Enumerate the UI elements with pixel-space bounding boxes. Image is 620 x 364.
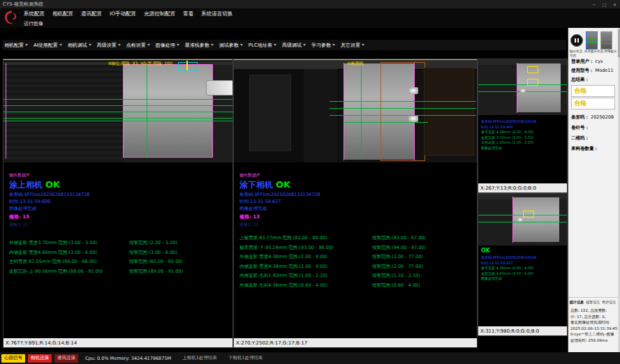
process-done-text: 图像处理完成 — [9, 205, 232, 212]
tab-other-settings[interactable]: 其它设置 — [341, 42, 364, 49]
tab-baseline-params[interactable]: 基准线参数 — [185, 42, 214, 49]
chevron-down-icon — [211, 44, 214, 46]
model-label: 使用型号： — [571, 68, 594, 73]
pause-icon — [575, 38, 576, 43]
small-top-camera-panel: 条形码:0FFline20250208133134 时间:13-31-59-60… — [478, 59, 568, 193]
measurement-value: 蓝胶宽度:3.70mm (3.00 - 3.50) — [481, 135, 567, 141]
run-image-label[interactable]: 运行图像 — [24, 20, 43, 27]
measurement-line-green — [344, 122, 428, 123]
status-bar: 心跳信号 相机连接 通讯连接 Cpu: 0.0% Memory: 3424.41… — [0, 352, 620, 364]
small-top-camera-view[interactable] — [478, 59, 567, 115]
measurement-rows: 上极宽度:83.77mm 范围:(82.00 - 88.00)报警范围:(83.… — [234, 234, 477, 290]
model-value: Mode11 — [596, 68, 614, 73]
measurement-row: 外侧蓝胶:宽度4.38mm 范围:(2.00 - 9.00)报警范围:(2.00… — [239, 252, 477, 262]
result-status-box-1: 合格 — [571, 85, 615, 97]
small-bottom-camera-view[interactable] — [478, 194, 567, 245]
alarm-range: 报警范围:(2.20 - 3.20) — [129, 238, 177, 248]
tab-advanced-debug[interactable]: 高级调试 — [282, 42, 306, 49]
tab-ai-config[interactable]: AI使用配置 — [34, 42, 62, 49]
measurement-line-green — [3, 99, 232, 100]
menu-view[interactable]: 查看 — [183, 10, 193, 17]
stat-line: 处理耗时: 258.09ms — [570, 338, 619, 344]
menu-language-switch[interactable]: 系统语言切换 — [201, 10, 232, 17]
spec2-text: 规格2: 13 — [9, 222, 232, 228]
thumbnail-overlay-line — [601, 43, 612, 44]
minimize-icon[interactable]: ─ — [589, 0, 599, 8]
stat-line: 最近图像处理完成时间: — [570, 319, 619, 326]
middle-camera-view[interactable]: AI检测框 — [234, 59, 477, 162]
roi-box-yellow — [523, 211, 534, 218]
tick-marker-yellow — [186, 61, 188, 70]
menu-io-manual[interactable]: IO手动配置 — [110, 10, 136, 17]
heartbeat-status-badge: 心跳信号 — [1, 354, 25, 363]
measurement-value: 极耳宽度-下:95.24mm 范围:(93.00 - 98.00) — [239, 243, 372, 253]
lower-camera-result-status: 下相机1处理结果 — [228, 355, 263, 361]
chevron-down-icon — [177, 44, 179, 46]
maximize-icon[interactable]: □ — [599, 0, 610, 8]
menu-camera-config[interactable]: 相机配置 — [52, 10, 73, 17]
edge-marker-line — [512, 197, 513, 243]
menu-comm-config[interactable]: 通讯配置 — [81, 10, 102, 17]
pause-button[interactable] — [570, 34, 583, 47]
overlay-line-yellow — [3, 59, 232, 60]
time-text: 时间:13-31-59-600 — [9, 198, 232, 205]
material-block — [517, 63, 561, 112]
window-title: CYS-视觉检测系统 — [3, 1, 43, 8]
menu-light-control[interactable]: 光源控制配置 — [144, 10, 175, 17]
camera-thumbnail-button-2[interactable] — [600, 31, 612, 50]
time-text: 时间:13-31-59-627 — [481, 261, 567, 266]
login-user-value: cys — [596, 59, 603, 64]
chevron-down-icon — [240, 44, 243, 46]
alarm-range: 报警范围:(65.00 - 85.00) — [129, 257, 183, 267]
tab-plc-address[interactable]: PLC地址表 — [249, 42, 276, 49]
result-ok-badge: OK — [481, 248, 567, 254]
reflection-highlight — [517, 218, 523, 222]
tab-image-processing[interactable]: 图像处理 — [156, 42, 179, 49]
stats-panel: 总数: 222, 总报警数: 计: 17, 总分选数: 0, 最近图像处理完成时… — [570, 308, 619, 343]
camera-thumbnail-button-1[interactable] — [586, 31, 598, 50]
tab-spot-check[interactable]: 点检设置 — [126, 42, 150, 49]
measurement-value: 内侧蓝胶:宽度4.38mm 范围:(2.00 - 9.00) — [239, 262, 372, 272]
alarm-range: 报警范围:(94.00 - 97.00) — [372, 243, 426, 253]
connector-part — [206, 80, 232, 96]
middle-camera-panel: AI检测框 输出数据/F 涂下相机 OK 条形码:0FFline20250208… — [233, 59, 478, 348]
camera-result-title: 涂下相机 — [239, 179, 273, 191]
chevron-down-icon — [362, 44, 364, 46]
tab-maintenance-info[interactable]: 维护信息 — [602, 300, 616, 304]
tab-stats-info[interactable]: 统计信息 — [570, 300, 584, 304]
login-user-label: 登录用户： — [571, 59, 594, 64]
measurement-line-green — [3, 121, 232, 121]
measurement-row: 蓝胶芯距-上:90.56mm 范围:(88.00 - 92.00)报警范围:(8… — [9, 267, 232, 277]
app-logo-icon — [3, 9, 20, 26]
menu-bar: 系统配置 相机配置 通讯配置 IO手动配置 光源控制配置 查看 系统语言切换 — [0, 8, 620, 19]
chevron-down-icon — [147, 44, 150, 46]
measurement-row: 极耳宽度-下:95.24mm 范围:(93.00 - 98.00)报警范围:(9… — [239, 243, 477, 253]
upper-camera-result-status: 上相机1处理结果 — [182, 355, 217, 361]
alarm-range: 报警范围:(83.00 - 87.00) — [372, 234, 426, 243]
barcode-text: 条形码:0FFline20250208133134 — [481, 255, 567, 261]
barcode-text: 条形码:0FFline2025020813313472B — [9, 191, 232, 198]
measurement-value: 外侧蓝胶:宽度4.38mm 范围:(2.00 - 9.00) — [239, 252, 372, 262]
tab-camera-debug[interactable]: 相机调试 — [68, 42, 91, 49]
measurement-line-green — [3, 118, 232, 119]
tab-learning-params[interactable]: 学习参数 — [311, 42, 335, 49]
tab-camera-config[interactable]: 相机配置 — [4, 42, 28, 49]
tab-test-params[interactable]: 测试参数 — [219, 42, 243, 49]
menu-system-config[interactable]: 系统配置 — [24, 10, 45, 17]
pause-icon — [577, 38, 579, 43]
left-camera-view[interactable]: N轴位;间隔: 93; H0;宽;间隔: 100 — [3, 59, 232, 162]
edge-marker-line — [344, 63, 344, 160]
run-row: 运行图像 — [0, 19, 620, 28]
stat-line: 计: 17, 总分选数: 0, — [570, 314, 619, 320]
close-icon[interactable]: ✕ — [610, 0, 620, 8]
measurement-line-green — [330, 108, 476, 109]
alarm-range: 报警范围:(1.10 - 2.10) — [372, 271, 420, 281]
cpu-memory-status: Cpu: 0.0% Memory: 3424.41796875M — [85, 356, 171, 361]
left-pixel-status-bar: X:7677;Y:891;R:14;G:14;B:14 — [3, 338, 232, 347]
tab-alarm-info[interactable]: 报警信息 — [586, 300, 600, 304]
sidebar-controls — [570, 31, 612, 50]
thumbnail-overlay-line — [601, 39, 612, 40]
measurement-row: 外侧蓝胶:宽度3.70mm 范围:(3.00 - 3.50)报警范围:(2.20… — [9, 238, 232, 248]
edge-marker-line — [6, 63, 6, 158]
tab-advanced-settings[interactable]: 高级设置 — [97, 42, 121, 49]
